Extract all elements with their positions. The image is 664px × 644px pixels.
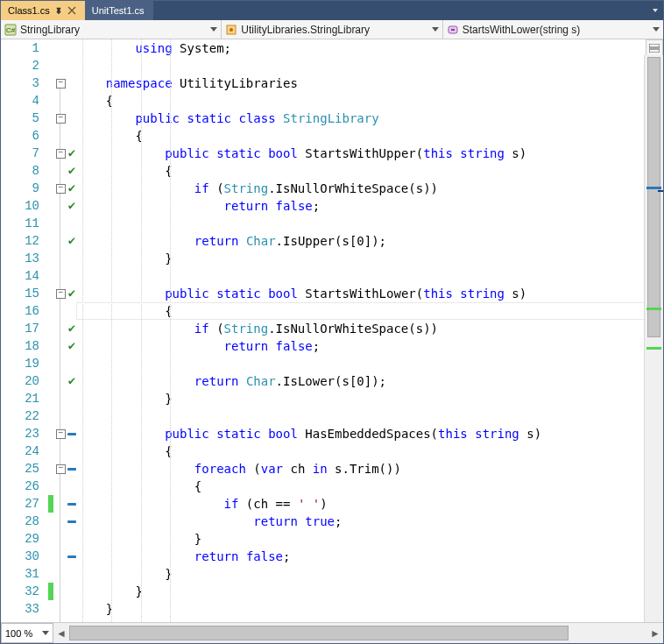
split-window-button[interactable]: [646, 39, 663, 55]
method-icon: [447, 24, 459, 36]
code-line[interactable]: [76, 267, 663, 285]
code-line[interactable]: {: [76, 478, 663, 495]
line-number[interactable]: 1: [1, 39, 39, 57]
fold-toggle[interactable]: −: [53, 425, 67, 442]
coverage-marker: [67, 530, 76, 548]
line-number[interactable]: 31: [1, 565, 39, 583]
code-line[interactable]: [76, 407, 663, 425]
line-number[interactable]: 28: [1, 513, 39, 530]
nav-project-dropdown[interactable]: C# StringLibrary: [1, 20, 222, 39]
pin-icon[interactable]: [55, 7, 62, 14]
code-line[interactable]: return true;: [76, 513, 663, 530]
tab-overflow-button[interactable]: [647, 1, 663, 20]
code-editor[interactable]: 1234567891011121314151617181920212223242…: [1, 39, 663, 622]
fold-toggle[interactable]: −: [53, 180, 67, 197]
code-line[interactable]: if (ch == ' '): [76, 495, 663, 513]
line-number[interactable]: 9: [1, 180, 39, 197]
coverage-marker: [67, 495, 76, 513]
code-line[interactable]: }: [76, 565, 663, 583]
code-line[interactable]: {: [76, 442, 663, 460]
code-text[interactable]: using System; namespace UtilityLibraries…: [76, 39, 663, 622]
line-number[interactable]: 10: [1, 197, 39, 215]
line-number[interactable]: 29: [1, 530, 39, 548]
line-number[interactable]: 30: [1, 548, 39, 565]
close-icon[interactable]: [67, 6, 76, 15]
zoom-dropdown[interactable]: 100 %: [1, 623, 53, 643]
coverage-marker: [67, 74, 76, 92]
line-number[interactable]: 18: [1, 337, 39, 355]
code-line[interactable]: [76, 57, 663, 74]
line-number[interactable]: 17: [1, 320, 39, 337]
scroll-right-button[interactable]: ►: [647, 623, 663, 643]
line-number-gutter[interactable]: 1234567891011121314151617181920212223242…: [1, 39, 48, 622]
line-number[interactable]: 33: [1, 600, 39, 618]
code-line[interactable]: }: [76, 250, 663, 267]
code-line[interactable]: using System;: [76, 39, 663, 57]
scrollbar-thumb[interactable]: [69, 626, 569, 640]
code-line[interactable]: {: [76, 92, 663, 110]
line-number[interactable]: 24: [1, 442, 39, 460]
line-number[interactable]: 16: [1, 302, 39, 320]
fold-toggle[interactable]: −: [53, 460, 67, 478]
code-line[interactable]: return false;: [76, 548, 663, 565]
vertical-scrollbar[interactable]: [644, 55, 663, 622]
line-number[interactable]: 6: [1, 127, 39, 145]
line-number[interactable]: 2: [1, 57, 39, 74]
line-number[interactable]: 19: [1, 355, 39, 372]
code-line[interactable]: public static bool StartsWithUpper(this …: [76, 145, 663, 162]
scroll-left-button[interactable]: ◄: [53, 623, 69, 643]
code-line[interactable]: return Char.IsUpper(s[0]);: [76, 232, 663, 250]
line-number[interactable]: 5: [1, 110, 39, 127]
line-number[interactable]: 27: [1, 495, 39, 513]
fold-toggle[interactable]: −: [53, 110, 67, 127]
code-line[interactable]: namespace UtilityLibraries: [76, 74, 663, 92]
code-line[interactable]: return Char.IsLower(s[0]);: [76, 372, 663, 390]
line-number[interactable]: 32: [1, 583, 39, 600]
code-line[interactable]: }: [76, 600, 663, 618]
code-line[interactable]: return false;: [76, 197, 663, 215]
code-line[interactable]: public static bool HasEmbeddedSpaces(thi…: [76, 425, 663, 442]
line-number[interactable]: 21: [1, 390, 39, 407]
code-line[interactable]: {: [76, 302, 663, 320]
code-line[interactable]: public static bool StartsWithLower(this …: [76, 285, 663, 302]
fold-toggle[interactable]: −: [53, 74, 67, 92]
code-line[interactable]: if (String.IsNullOrWhiteSpace(s)): [76, 180, 663, 197]
code-line[interactable]: public static class StringLibrary: [76, 110, 663, 127]
line-number[interactable]: 15: [1, 285, 39, 302]
fold-toggle: [53, 57, 67, 74]
line-number[interactable]: 8: [1, 162, 39, 180]
code-line[interactable]: {: [76, 127, 663, 145]
fold-toggle[interactable]: −: [53, 145, 67, 162]
code-line[interactable]: return false;: [76, 337, 663, 355]
code-line[interactable]: if (String.IsNullOrWhiteSpace(s)): [76, 320, 663, 337]
code-line[interactable]: foreach (var ch in s.Trim()): [76, 460, 663, 478]
line-number[interactable]: 13: [1, 250, 39, 267]
horizontal-scrollbar[interactable]: ◄ ►: [53, 623, 663, 643]
line-number[interactable]: 4: [1, 92, 39, 110]
code-line[interactable]: {: [76, 162, 663, 180]
nav-member-dropdown[interactable]: StartsWithLower(string s): [443, 20, 663, 39]
fold-toggle: [53, 215, 67, 232]
code-line[interactable]: }: [76, 530, 663, 548]
line-number[interactable]: 26: [1, 478, 39, 495]
outlining-gutter[interactable]: −−−−−−−: [53, 39, 67, 622]
line-number[interactable]: 25: [1, 460, 39, 478]
scrollbar-thumb[interactable]: [647, 57, 660, 337]
line-number[interactable]: 23: [1, 425, 39, 442]
line-number[interactable]: 22: [1, 407, 39, 425]
nav-class-dropdown[interactable]: UtilityLibraries.StringLibrary: [222, 20, 442, 39]
line-number[interactable]: 7: [1, 145, 39, 162]
code-line[interactable]: }: [76, 583, 663, 600]
code-line[interactable]: [76, 215, 663, 232]
line-number[interactable]: 14: [1, 267, 39, 285]
tab-unittest1[interactable]: UnitTest1.cs: [85, 1, 153, 20]
line-number[interactable]: 20: [1, 372, 39, 390]
coverage-marker: ✔: [67, 320, 76, 337]
line-number[interactable]: 11: [1, 215, 39, 232]
line-number[interactable]: 12: [1, 232, 39, 250]
code-line[interactable]: [76, 355, 663, 372]
tab-class1[interactable]: Class1.cs: [1, 1, 85, 20]
fold-toggle[interactable]: −: [53, 285, 67, 302]
line-number[interactable]: 3: [1, 74, 39, 92]
code-line[interactable]: }: [76, 390, 663, 407]
